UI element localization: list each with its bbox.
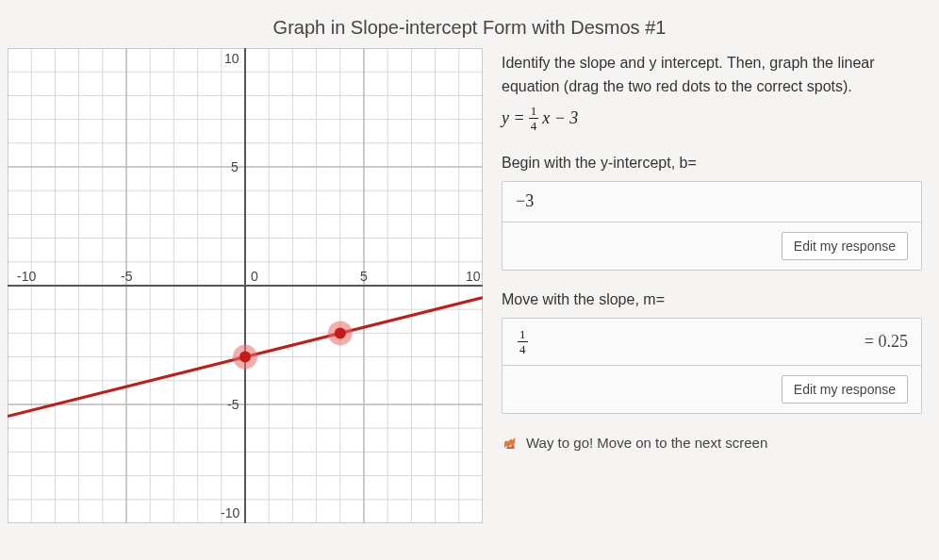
equation-frac-den: 4 [531, 119, 537, 132]
y-tick-10: 10 [224, 51, 239, 66]
q1-block: −3 Edit my response [502, 181, 922, 271]
x-tick-5: 5 [360, 269, 368, 284]
clap-icon [502, 435, 519, 452]
svg-point-41 [239, 352, 251, 363]
q2-answer-den: 4 [519, 342, 526, 355]
instructions-text: Identify the slope and y intercept. Then… [502, 52, 922, 99]
success-text: Way to go! Move on to the next screen [526, 435, 767, 451]
q2-answer-num: 1 [518, 328, 528, 342]
q2-edit-button[interactable]: Edit my response [782, 375, 908, 404]
equation-prefix: y = [502, 108, 525, 128]
q2-computed: = 0.25 [865, 332, 908, 352]
q1-edit-button[interactable]: Edit my response [782, 232, 908, 260]
success-message: Way to go! Move on to the next screen [502, 435, 922, 452]
equation-fraction: 1 4 [529, 105, 539, 132]
x-tick-0: 0 [251, 269, 258, 284]
y-tick-n10: -10 [221, 505, 239, 520]
equation-suffix: x − 3 [542, 108, 578, 128]
x-tick-10: 10 [466, 269, 481, 284]
drag-point-2[interactable] [328, 321, 353, 345]
q1-prompt: Begin with the y-intercept, b= [502, 155, 922, 172]
q2-prompt: Move with the slope, m= [502, 291, 922, 308]
q2-block: 1 4 = 0.25 Edit my response [502, 318, 922, 414]
q2-answer: 1 4 [516, 328, 530, 355]
x-tick-n10: -10 [17, 269, 36, 284]
q1-answer: −3 [516, 191, 534, 211]
x-tick-n5: -5 [121, 269, 133, 284]
page-title: Graph in Slope-intercept Form with Desmo… [0, 0, 939, 48]
coordinate-grid: -10 -5 0 5 10 10 5 -5 -10 [8, 48, 483, 523]
equation: y = 1 4 x − 3 [502, 105, 922, 132]
y-tick-5: 5 [231, 159, 239, 174]
y-tick-n5: -5 [227, 397, 239, 412]
drag-point-1[interactable] [233, 345, 257, 370]
graph-canvas[interactable]: -10 -5 0 5 10 10 5 -5 -10 [8, 48, 483, 523]
equation-frac-num: 1 [529, 105, 539, 119]
svg-point-43 [335, 327, 346, 338]
